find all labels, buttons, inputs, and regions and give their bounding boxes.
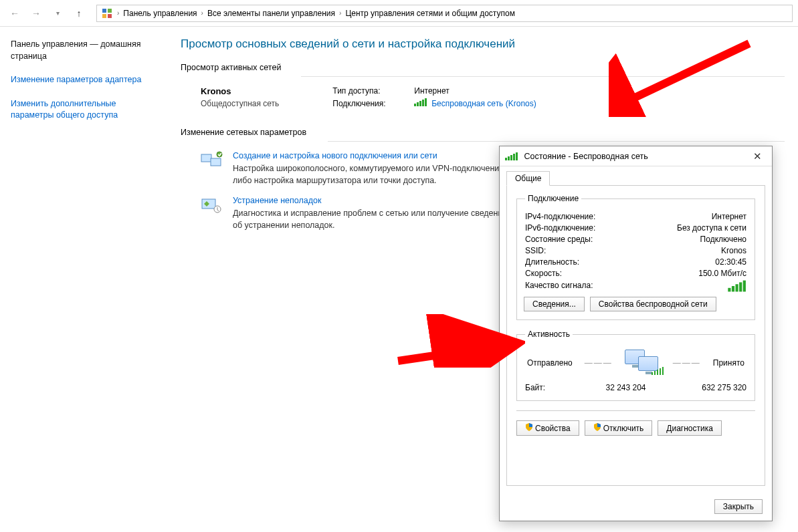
ssid-value: Kronos [721,246,746,255]
wireless-status-dialog: Состояние - Беспроводная сеть ✕ Общие По… [499,146,773,521]
properties-button[interactable]: Свойства [516,420,579,436]
shield-icon [525,423,533,431]
activity-group: Активность Отправлено ——— ——— Принято Ба… [516,329,755,401]
svg-rect-0 [102,9,106,13]
setup-new-connection-title[interactable]: Создание и настройка нового подключения … [233,151,514,160]
troubleshoot-icon [201,196,223,215]
recv-divider: ——— [673,358,701,368]
network-profile: Общедоступная сеть [201,99,279,108]
breadcrumb-item[interactable]: Все элементы панели управления [207,9,335,18]
svg-rect-4 [201,154,211,162]
wifi-signal-icon [505,152,518,160]
svg-rect-1 [108,9,112,13]
forward-button[interactable]: → [27,4,45,23]
sent-divider: ——— [585,358,613,368]
connections-label: Подключения: [332,99,406,108]
wifi-signal-icon [728,281,745,292]
setup-connection-icon [201,151,223,170]
up-button[interactable]: ↑ [70,4,88,23]
sidebar-link-home[interactable]: Панель управления — домашняя страница [11,39,157,62]
chevron-right-icon: › [339,9,341,17]
breadcrumb-item[interactable]: Центр управления сетями и общим доступом [345,9,515,18]
network-name: Kronos [201,86,279,96]
bytes-label: Байт: [525,383,545,392]
change-settings-label: Изменение сетевых параметров [181,128,785,137]
close-bottom-button[interactable]: Закрыть [714,499,763,514]
svg-rect-3 [108,14,112,18]
page-title: Просмотр основных сведений о сети и наст… [181,37,785,51]
svg-rect-2 [102,14,106,18]
troubleshoot-title[interactable]: Устранение неполадок [233,196,514,205]
navbar: ← → ▾ ↑ › Панель управления › Все элемен… [0,0,798,27]
ipv4-value: Интернет [712,212,746,221]
media-state-value: Подключено [700,235,746,244]
access-type-value: Интернет [414,86,449,96]
sent-label: Отправлено [527,358,573,368]
connection-group: Подключение IPv4-подключение:Интернет IP… [516,194,755,320]
details-button[interactable]: Сведения... [524,297,585,311]
ssid-label: SSID: [525,246,546,255]
tab-general[interactable]: Общие [506,171,550,186]
received-label: Принято [713,358,744,368]
activity-monitors-icon [625,350,661,376]
bytes-sent-value: 32 243 204 [573,383,646,392]
troubleshoot-desc: Диагностика и исправление проблем с сеть… [233,208,514,231]
sidebar-link-adapter-settings[interactable]: Изменение параметров адаптера [11,74,157,86]
speed-label: Скорость: [525,269,562,278]
tab-strip: Общие [500,166,772,185]
chevron-right-icon: › [201,9,203,17]
close-button[interactable]: ✕ [748,150,767,162]
bytes-received-value: 632 275 320 [673,383,746,392]
chevron-right-icon: › [117,9,119,17]
recent-locations-dropdown[interactable]: ▾ [48,4,67,23]
access-type-label: Тип доступа: [332,86,406,96]
activity-group-label: Активность [525,329,573,339]
dialog-title: Состояние - Беспроводная сеть [524,152,648,161]
signal-quality-label: Качество сигнала: [525,281,593,290]
back-button[interactable]: ← [5,4,24,23]
breadcrumb-item[interactable]: Панель управления [123,9,197,18]
breadcrumb[interactable]: › Панель управления › Все элементы панел… [96,5,793,22]
sidebar: Панель управления — домашняя страница Из… [0,27,167,532]
ipv6-value: Без доступа к сети [677,223,746,233]
control-panel-icon [101,7,113,19]
wireless-properties-button[interactable]: Свойства беспроводной сети [590,297,716,311]
disable-button[interactable]: Отключить [585,420,653,436]
diagnose-button[interactable]: Диагностика [658,420,722,436]
shield-icon [593,423,601,431]
ipv4-label: IPv4-подключение: [525,212,595,221]
active-networks-label: Просмотр активных сетей [181,63,785,72]
sidebar-link-advanced-sharing[interactable]: Изменить дополнительные параметры общего… [11,98,157,122]
ipv6-label: IPv6-подключение: [525,223,595,233]
duration-label: Длительность: [525,257,579,267]
svg-rect-5 [211,158,221,166]
speed-value: 150.0 Мбит/с [698,269,746,278]
connection-group-label: Подключение [525,194,581,203]
wifi-signal-icon [414,98,427,106]
media-state-label: Состояние среды: [525,235,593,244]
connection-link[interactable]: Беспроводная сеть (Kronos) [431,99,536,108]
setup-new-connection-desc: Настройка широкополосного, коммутируемог… [233,163,514,186]
duration-value: 02:30:45 [715,257,746,267]
active-networks: Kronos Общедоступная сеть Тип доступа: И… [201,86,785,111]
